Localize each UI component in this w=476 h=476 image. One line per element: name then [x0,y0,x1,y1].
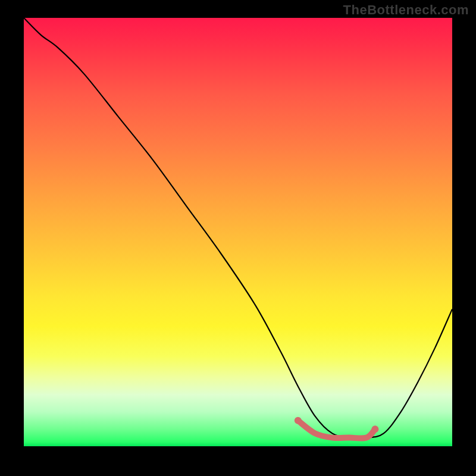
bottleneck-curve-svg [24,18,452,446]
sweet-spot-end-dot-left [295,417,302,424]
watermark-text: TheBottleneck.com [343,2,469,18]
chart-area [24,18,452,446]
sweet-spot-end-dot-right [371,425,378,433]
sweet-spot-highlight [298,421,375,439]
bottleneck-curve-line [24,18,452,439]
